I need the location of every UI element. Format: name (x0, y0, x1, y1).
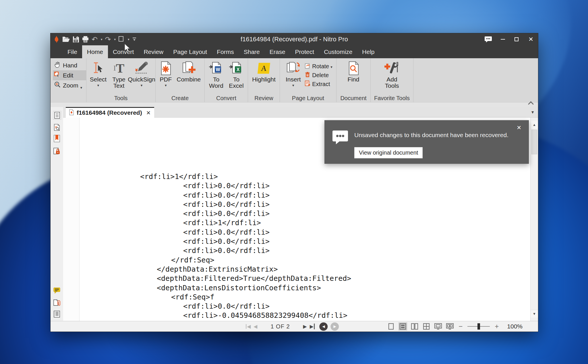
customize-toolbar-button[interactable] (132, 37, 137, 42)
single-page-view-button[interactable] (387, 322, 395, 330)
rotate-button[interactable]: Rotate (304, 63, 332, 70)
menu-item-file[interactable]: File (63, 45, 82, 58)
menu-item-protect[interactable]: Protect (290, 45, 319, 58)
vertical-scrollbar[interactable]: ▲ ▼ (530, 118, 538, 321)
highlight-icon: A (258, 60, 270, 76)
undo-dropdown-icon[interactable]: ▾ (101, 38, 102, 41)
ribbon-group-document: Find Document (336, 58, 371, 102)
code-line: <depthData:LensDistortionCoefficients> (63, 284, 531, 293)
svg-text:W: W (216, 67, 220, 72)
ribbon-group-page-layout: Insert Rotate Delet (280, 58, 336, 102)
tab-list-dropdown-icon[interactable]: ▼ (531, 110, 535, 114)
comments-icon[interactable] (53, 287, 61, 295)
notification-close-icon[interactable]: ✕ (517, 124, 521, 131)
fullscreen-single-view-button[interactable] (434, 322, 442, 330)
ribbon-group-tools: Select IT Type Text QuickSign Tools (86, 58, 156, 102)
menubar: FileHomeConvertReviewPage LayoutFormsSha… (51, 45, 538, 58)
delete-icon (304, 71, 311, 79)
menu-item-review[interactable]: Review (139, 45, 168, 58)
code-line: <rdf:li>0.0</rdf:li> (63, 191, 531, 200)
scroll-down-icon[interactable]: ▼ (531, 310, 538, 318)
output-list-icon[interactable] (53, 310, 61, 318)
ribbon-group-favorite-tools: Add Tools Favorite Tools (371, 58, 413, 102)
page-layout-small-buttons: Rotate Delete Extract (304, 60, 332, 88)
scroll-up-icon[interactable]: ▲ (531, 121, 538, 129)
document-text: <rdf:li>1</rdf:li><rdf:li>0.0</rdf:li><r… (63, 172, 531, 321)
fullscreen-facing-view-button[interactable] (446, 322, 454, 330)
undo-button[interactable]: ↶ (92, 35, 98, 44)
save-button[interactable] (73, 36, 79, 43)
code-line: <rdf:li>1</rdf:li> (63, 219, 531, 228)
menu-item-forms[interactable]: Forms (212, 45, 239, 58)
grid-view-button[interactable] (422, 322, 431, 330)
menu-item-page-layout[interactable]: Page Layout (168, 45, 212, 58)
zoom-slider-handle[interactable] (477, 323, 480, 330)
ribbon: Hand Edit Zoom (51, 58, 538, 107)
menu-item-share[interactable]: Share (239, 45, 265, 58)
find-label: Find (348, 76, 359, 83)
find-button[interactable]: Find (342, 60, 365, 83)
scrollbar-thumb[interactable] (531, 130, 537, 154)
to-word-label: To Word (209, 76, 223, 89)
feedback-chat-icon[interactable] (480, 33, 496, 45)
document-tab[interactable]: f16164984 (Recovered) ✕ (66, 107, 154, 118)
delete-button[interactable]: Delete (304, 71, 332, 79)
document-area: <rdf:li>1</rdf:li><rdf:li>0.0</rdf:li><r… (63, 118, 538, 321)
to-word-button[interactable]: W To Word (206, 60, 226, 89)
previous-page-button[interactable]: ◀ (254, 324, 257, 329)
attachments-icon[interactable] (53, 299, 61, 307)
next-view-button[interactable]: ▶ (331, 322, 339, 331)
open-file-button[interactable] (62, 36, 70, 42)
last-page-button[interactable]: ▶ (310, 324, 315, 329)
bookmarks-icon[interactable] (53, 135, 61, 143)
search-document-icon[interactable] (53, 123, 61, 131)
to-excel-button[interactable]: X To Excel (227, 60, 246, 89)
close-button[interactable]: ✕ (524, 33, 538, 45)
to-word-icon: W (208, 60, 224, 76)
select-button[interactable]: Select (88, 60, 108, 87)
type-text-button[interactable]: IT Type Text (109, 60, 129, 89)
pdf-button[interactable]: PDF (157, 60, 174, 87)
code-line: <depthData:Filtered>True</depthData:Filt… (63, 274, 531, 283)
close-tab-icon[interactable]: ✕ (146, 110, 151, 116)
redo-dropdown-icon[interactable]: ▾ (114, 38, 116, 41)
maximize-button[interactable] (509, 33, 524, 45)
menu-item-customize[interactable]: Customize (319, 45, 357, 58)
insert-button[interactable]: Insert (284, 60, 303, 87)
titlebar: ↶ ▾ ↷ ▾ ▾ f16164984 (Recovered).pdf - Ni… (51, 33, 538, 45)
select-tool-dropdown-icon[interactable]: ▾ (128, 38, 129, 41)
code-line: </depthData:ExtrinsicMatrix> (63, 265, 531, 274)
add-tools-button[interactable]: Add Tools (378, 60, 406, 89)
next-page-button[interactable]: ▶ (303, 324, 307, 329)
secure-document-icon[interactable] (53, 147, 61, 155)
combine-icon (181, 60, 197, 76)
group-label-page-layout: Page Layout (280, 95, 336, 102)
page-thumbnails-icon[interactable] (53, 111, 61, 120)
highlight-button[interactable]: A Highlight (250, 60, 278, 83)
menu-item-help[interactable]: Help (357, 45, 379, 58)
menu-item-erase[interactable]: Erase (265, 45, 290, 58)
hand-tool-button[interactable]: Hand (53, 60, 86, 70)
extract-button[interactable]: Extract (304, 80, 332, 88)
zoom-slider[interactable] (467, 323, 490, 330)
minimize-button[interactable] (496, 33, 509, 45)
select-label: Select (90, 76, 107, 83)
menu-item-convert[interactable]: Convert (108, 45, 139, 58)
edit-tool-button[interactable]: Edit (53, 70, 86, 80)
print-button[interactable] (82, 36, 89, 43)
first-page-button[interactable]: ◀ (246, 324, 251, 329)
facing-pages-view-button[interactable] (410, 322, 419, 330)
continuous-view-button[interactable] (399, 322, 407, 330)
menu-item-home[interactable]: Home (82, 45, 108, 58)
redo-button[interactable]: ↷ (105, 35, 111, 44)
view-original-document-button[interactable]: View original document (354, 147, 423, 158)
select-tool-button[interactable] (118, 36, 125, 43)
previous-view-button[interactable]: ◀ (320, 322, 328, 331)
zoom-in-button[interactable]: + (495, 323, 499, 330)
to-excel-icon: X (229, 60, 244, 76)
combine-button[interactable]: Combine (175, 60, 203, 83)
quicksign-button[interactable]: QuickSign (129, 60, 154, 87)
zoom-tool-button[interactable]: Zoom (53, 80, 86, 90)
type-text-icon: IT (113, 60, 124, 76)
zoom-out-button[interactable]: − (459, 323, 463, 330)
